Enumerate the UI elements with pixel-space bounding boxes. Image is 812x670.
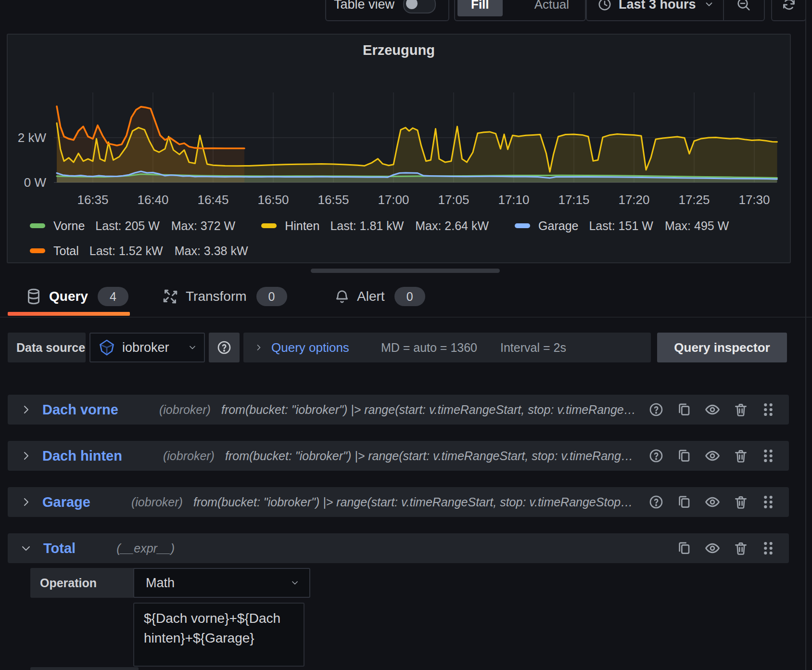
drag-handle-icon[interactable] [761,540,775,556]
query-name[interactable]: Garage [42,494,90,510]
collapse-chevron-icon[interactable] [20,542,33,554]
time-range-label[interactable]: Last 3 hours [619,0,696,12]
fill-actual-group: Fill Actual [454,0,586,21]
legend-series-name[interactable]: Total [53,244,79,258]
query-row-dach-vorne: Dach vorne(iobroker)from(bucket: "iobrok… [8,395,789,425]
clock-icon [597,0,612,12]
zoom-out-icon[interactable] [736,0,751,12]
toggle-visibility-icon[interactable] [704,401,721,418]
tab-count-badge: 0 [256,287,287,306]
operation-value: Math [146,576,175,591]
table-view-label: Table view [334,0,394,12]
expression-line: ${Dach vorne}+${Dach [144,608,304,628]
y-tick-label: 0 W [24,175,47,190]
datasource-help-button[interactable] [209,333,240,362]
query-row-actions [664,540,775,556]
operation-label: Operation [30,568,139,598]
datasource-label: Data source [8,333,86,362]
tab-label[interactable]: Query [49,289,88,304]
query-options-link[interactable]: Query options [271,340,349,355]
fill-button[interactable]: Fill [457,0,503,16]
tab-transform[interactable]: Transform0 [162,285,287,308]
chart-panel: Erzeugung 16:3516:4016:4516:5016:5517:00… [7,34,791,263]
expand-chevron-icon[interactable] [20,496,32,508]
legend-series-name[interactable]: Vorne [53,219,85,233]
datasource-picker[interactable]: iobroker [89,333,205,362]
timeseries-chart[interactable]: 16:3516:4016:4516:5016:5517:0017:0517:10… [8,35,788,219]
delete-query-icon[interactable] [733,541,749,556]
delete-query-icon[interactable] [733,402,749,417]
query-help-icon[interactable] [648,494,664,510]
legend-swatch [30,248,45,253]
next-section-edge [30,667,139,670]
legend-item-garage[interactable]: GarageLast: 151 WMax: 495 W [515,219,740,233]
query-row-dach-hinten: Dach hinten(iobroker)from(bucket: "iobro… [8,441,789,471]
refresh-group [771,0,806,21]
drag-handle-icon[interactable] [761,448,775,464]
x-tick-label: 16:55 [317,193,349,207]
refresh-icon[interactable] [781,0,797,12]
query-help-icon[interactable] [648,402,664,417]
query-row-actions [636,448,775,464]
drag-handle-icon[interactable] [761,494,775,510]
legend-max-value: Max: 2.64 kW [415,219,489,233]
legend-swatch [515,223,530,228]
actual-button[interactable]: Actual [521,0,583,16]
delete-query-icon[interactable] [733,448,749,464]
duplicate-query-icon[interactable] [676,494,692,510]
query-name[interactable]: Dach hinten [42,448,122,464]
pane-resize-handle[interactable] [311,269,500,273]
bell-icon [334,288,350,305]
legend-last-value: Last: 1.52 kW [89,244,163,258]
tab-label[interactable]: Alert [357,289,385,304]
delete-query-icon[interactable] [733,494,749,510]
expand-chevron-icon[interactable] [20,450,32,462]
query-name[interactable]: Total [43,541,76,556]
legend-last-value: Last: 1.81 kW [330,219,404,233]
x-tick-label: 17:15 [558,193,589,207]
legend-swatch [261,223,277,228]
x-tick-label: 16:40 [137,193,168,207]
query-inspector-button[interactable]: Query inspector [657,333,787,362]
table-view-toggle[interactable] [403,0,436,13]
tab-alert[interactable]: Alert0 [334,285,425,308]
x-tick-label: 16:45 [197,193,228,207]
toggle-visibility-icon[interactable] [704,448,721,464]
toggle-visibility-icon[interactable] [704,540,721,556]
x-tick-label: 16:35 [77,193,108,207]
x-tick-label: 17:05 [438,193,469,207]
duplicate-query-icon[interactable] [676,448,692,464]
query-datasource: (iobroker) [131,495,183,509]
tab-count-badge: 4 [98,287,128,306]
legend-item-vorne[interactable]: VorneLast: 205 WMax: 372 W [30,219,247,233]
chevron-down-icon[interactable] [704,0,714,10]
query-row-garage: Garage(iobroker)from(bucket: "iobroker")… [8,487,789,517]
scrollbar-track[interactable] [805,0,806,670]
query-datasource: (__expr__) [116,541,175,555]
query-row-total: Total(__expr__) [8,533,789,563]
operation-select[interactable]: Math [133,568,310,598]
tab-count-badge: 0 [394,287,425,306]
query-help-icon[interactable] [648,448,664,464]
legend-series-name[interactable]: Garage [538,219,578,233]
tab-query[interactable]: Query4 [25,285,128,308]
toggle-knob [406,0,418,9]
database-icon [25,288,42,305]
duplicate-query-icon[interactable] [676,402,692,417]
chevron-down-icon [290,578,300,588]
interval-value: Interval = 2s [500,341,566,355]
tab-label[interactable]: Transform [186,289,247,304]
legend-series-name[interactable]: Hinten [285,219,319,233]
duplicate-query-icon[interactable] [676,541,692,556]
math-expression-input[interactable]: ${Dach vorne}+${Dach hinten}+${Garage} [133,603,304,667]
legend-item-total[interactable]: TotalLast: 1.52 kWMax: 3.38 kW [30,244,260,258]
drag-handle-icon[interactable] [761,401,775,418]
query-options-bar[interactable]: Query options MD = auto = 1360 Interval … [243,333,651,362]
query-name[interactable]: Dach vorne [42,402,118,418]
max-data-points-value: MD = auto = 1360 [381,341,477,355]
legend-item-hinten[interactable]: HintenLast: 1.81 kWMax: 2.64 kW [261,219,500,233]
grafana-panel-edit: Table view Fill Actual Last 3 hours Erze… [0,0,812,670]
expand-chevron-icon[interactable] [20,404,32,415]
toggle-visibility-icon[interactable] [704,494,721,510]
legend-max-value: Max: 495 W [665,219,729,233]
